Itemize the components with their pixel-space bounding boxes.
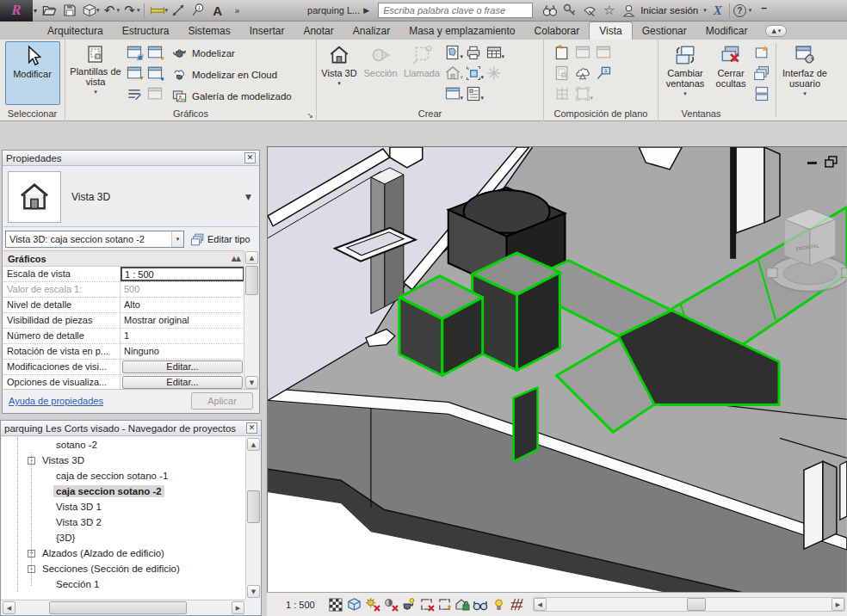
duplicate-sheet-icon[interactable] (594, 43, 613, 62)
open-button[interactable] (40, 2, 59, 20)
schedule-table-icon[interactable]: ▾ (485, 43, 504, 62)
tree-item-vistas-3d[interactable]: -Vistas 3D (2, 453, 245, 468)
temporary-hide-isolate-icon[interactable] (472, 595, 490, 613)
scroll-down-icon[interactable]: ▼ (245, 376, 258, 389)
communication-center-icon[interactable] (579, 2, 599, 20)
scroll-right-icon[interactable]: ▶ (232, 601, 244, 614)
view-scale-button[interactable]: 1 : 500 (286, 600, 315, 610)
user-interface-button[interactable]: Interfaz de usuario▾ (781, 41, 829, 105)
properties-help-link[interactable]: Ayuda de propiedades (9, 396, 103, 406)
section-header-graficos[interactable]: Gráficos▲▲ (3, 251, 244, 267)
tree-item-caja-de-seccion-sotano-1[interactable]: caja de seccion sotano -1 (2, 468, 245, 484)
show-hidden-lines-icon[interactable]: ● (145, 43, 164, 62)
tab-sistemas[interactable]: Sistemas (178, 22, 239, 40)
tag-button[interactable] (188, 2, 207, 20)
view-reference-icon[interactable] (594, 64, 613, 83)
elevation-icon[interactable]: ▾ (443, 64, 462, 83)
edit-visibility-button[interactable]: Editar... (122, 360, 243, 373)
help-icon[interactable]: ? (733, 4, 746, 17)
property-row[interactable]: Número de detalle 1 (3, 329, 244, 344)
app-menu-arrow-icon[interactable]: ▾ (34, 7, 37, 15)
title-arrow-icon[interactable]: ▶ (363, 6, 369, 15)
tab-analizar[interactable]: Analizar (343, 22, 399, 40)
panel-label-seleccionar[interactable]: Seleccionar (0, 107, 65, 120)
tree-item-seccion-1[interactable]: Sección 1 (2, 576, 245, 592)
tab-modificar[interactable]: Modificar (696, 22, 757, 40)
scope-box-icon[interactable]: ▾ (464, 64, 483, 83)
browser-vertical-scrollbar[interactable]: ▲ ▼ (245, 437, 260, 599)
tab-anotar[interactable]: Anotar (294, 22, 343, 40)
show-crop-region-icon[interactable]: ● (436, 595, 454, 613)
search-icon[interactable] (540, 2, 560, 20)
switch-windows-button[interactable]: Cambiar ventanas▾ (661, 41, 709, 105)
scroll-down-icon[interactable]: ▼ (247, 585, 260, 598)
close-icon[interactable]: ✕ (244, 152, 256, 163)
callout-button[interactable]: Llamada (402, 41, 442, 105)
property-row[interactable]: Modificaciones de visi... Editar... (3, 360, 244, 375)
view-minimize-icon[interactable] (807, 162, 817, 164)
panel-launcher-icon[interactable]: ↘ (306, 111, 313, 120)
view-3d-button[interactable]: Vista 3D▾ (319, 41, 359, 105)
scroll-left-icon[interactable]: ◀ (3, 601, 15, 614)
scroll-thumb[interactable] (687, 598, 706, 611)
render-button[interactable]: Modelizar (171, 43, 292, 63)
shadows-icon[interactable] (381, 595, 399, 613)
tab-arquitectura[interactable]: Arquitectura (38, 22, 113, 40)
exchange-apps-icon[interactable]: X (714, 3, 722, 18)
filters-icon[interactable]: ▾ (125, 64, 144, 83)
remove-hidden-lines-icon[interactable]: ● (145, 64, 164, 83)
tab-gestionar[interactable]: Gestionar (633, 22, 696, 40)
tree-item-vista-3d-1[interactable]: Vista 3D 1 (2, 499, 245, 514)
favorites-star-icon[interactable]: ☆ (599, 2, 619, 20)
revision-cloud-icon[interactable] (573, 64, 592, 83)
minimize-window-icon[interactable]: – (761, 2, 767, 14)
thin-lines-icon[interactable] (125, 84, 144, 103)
scroll-right-icon[interactable]: ▶ (832, 598, 844, 611)
property-row[interactable]: Rotación de vista en p... Ninguno (3, 344, 244, 360)
tab-estructura[interactable]: Estructura (113, 22, 179, 40)
tree-item-3d[interactable]: {3D} (2, 530, 245, 545)
sign-in-dropdown-icon[interactable]: ▾ (703, 7, 707, 14)
properties-scrollbar[interactable]: ▲ ▼ (244, 250, 258, 390)
property-row[interactable]: Visibilidad de piezas Mostrar original (3, 313, 244, 329)
new-sheet-icon[interactable] (553, 43, 572, 62)
save-button[interactable] (59, 2, 79, 20)
new-window-icon[interactable] (752, 43, 771, 62)
sun-path-icon[interactable] (363, 595, 381, 613)
tree-item-caja-seccion-sotano-2[interactable]: caja seccion sotano -2 (2, 484, 245, 499)
panel-label-ventanas[interactable]: Ventanas (607, 107, 795, 120)
panel-label-crear[interactable]: Crear (317, 107, 543, 120)
3d-view[interactable]: FRONTAL (268, 147, 847, 592)
visibility-graphics-icon[interactable]: ▣ (125, 43, 144, 62)
application-menu-button[interactable]: R (0, 0, 33, 22)
type-selector[interactable]: Vista 3D: caja seccion sotano -2 ▾ (5, 231, 184, 248)
reveal-hidden-elements-icon[interactable] (490, 595, 508, 613)
cut-profile-icon[interactable] (145, 84, 164, 103)
ribbon-collapse-button[interactable]: ▲▾ (765, 25, 787, 37)
scroll-thumb[interactable] (247, 490, 260, 523)
properties-title-bar[interactable]: Propiedades ✕ (3, 151, 259, 166)
subscription-key-icon[interactable] (560, 2, 579, 20)
modify-button[interactable]: Modificar (5, 41, 60, 105)
detail-level-icon[interactable] (327, 595, 345, 613)
drawing-area[interactable]: FRONTAL (267, 146, 847, 592)
visual-style-icon[interactable] (345, 595, 363, 613)
scroll-up-icon[interactable]: ▲ (245, 251, 258, 264)
apply-button[interactable]: Aplicar (191, 392, 253, 410)
title-block-icon[interactable] (573, 43, 592, 62)
tab-masa-y-emplazamiento[interactable]: Masa y emplazamiento (399, 22, 524, 40)
render-dialog-icon[interactable] (399, 595, 417, 613)
crop-view-icon[interactable] (417, 595, 436, 613)
scale-edit-field[interactable]: 1 : 500 (121, 267, 244, 281)
search-input[interactable] (378, 3, 533, 18)
guide-grid-icon[interactable] (553, 84, 572, 103)
panel-label-graficos[interactable]: Gráficos (65, 107, 316, 120)
scroll-left-icon[interactable]: ◀ (534, 598, 547, 611)
tree-item-secciones[interactable]: -Secciones (Sección de edificio) (2, 561, 245, 576)
cascade-icon[interactable] (752, 64, 771, 83)
close-icon[interactable]: ✕ (246, 422, 257, 434)
tab-insertar[interactable]: Insertar (240, 22, 294, 40)
section-button[interactable]: Sección (361, 41, 400, 105)
render-gallery-button[interactable]: Galería de modelizado (171, 86, 292, 106)
locked-3d-view-icon[interactable] (454, 595, 472, 613)
